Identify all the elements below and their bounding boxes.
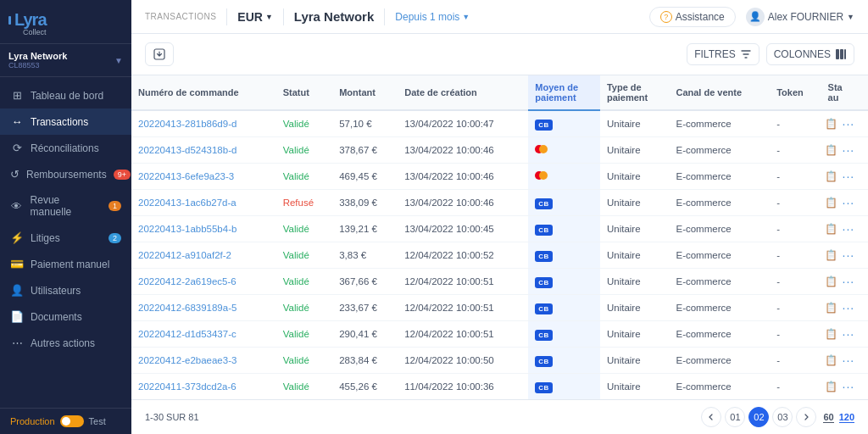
sidebar-item-label: Réconciliations [31, 142, 99, 154]
amount-cell: 3,83 € [332, 242, 398, 269]
date-cell: 13/04/2022 10:00:47 [398, 110, 528, 137]
pagination: 1-30 SUR 81 01 02 03 60 120 [131, 399, 868, 434]
more-actions-icon[interactable]: ··· [843, 117, 855, 131]
page-button-03[interactable]: 03 [772, 407, 793, 427]
copy-icon[interactable]: 📋 [825, 118, 837, 130]
revue-badge: 1 [108, 201, 121, 211]
more-actions-icon[interactable]: ··· [843, 222, 855, 236]
more-actions-icon[interactable]: ··· [843, 380, 855, 393]
order-link[interactable]: 20220413-6efe9a23-3 [138, 171, 234, 181]
sidebar-account[interactable]: Lyra Network CL88553 ▼ [0, 44, 131, 77]
period-selector[interactable]: Depuis 1 mois ▼ [395, 11, 470, 23]
more-actions-icon[interactable]: ··· [843, 327, 855, 341]
copy-icon[interactable]: 📋 [825, 302, 837, 314]
sidebar-menu-icon[interactable] [8, 16, 11, 25]
more-actions-icon[interactable]: ··· [843, 196, 855, 209]
user-avatar-icon: 👤 [749, 11, 761, 22]
page-button-01[interactable]: 01 [725, 407, 745, 427]
order-link[interactable]: 20220413-1ac6b27d-a [138, 198, 236, 208]
columns-button[interactable]: COLONNES [766, 43, 854, 65]
page-button-02[interactable]: 02 [748, 407, 769, 427]
sidebar-item-transactions[interactable]: ↔ Transactions [0, 108, 131, 135]
copy-icon[interactable]: 📋 [825, 170, 837, 182]
more-actions-icon[interactable]: ··· [843, 301, 855, 314]
sidebar-item-paiement[interactable]: 💳 Paiement manuel [0, 251, 131, 277]
assistance-button[interactable]: ? Assistance [649, 7, 736, 27]
more-actions-icon[interactable]: ··· [843, 143, 855, 157]
order-link[interactable]: 20220413-d524318b-d [138, 145, 236, 155]
sidebar-item-label: Transactions [31, 116, 88, 128]
amount-cell: 139,21 € [332, 216, 398, 242]
currency-value: EUR [237, 10, 263, 24]
action-cell: 📋 ··· [821, 190, 868, 215]
sidebar-item-documents[interactable]: 📄 Documents [0, 303, 131, 330]
copy-icon[interactable]: 📋 [825, 328, 837, 340]
order-link[interactable]: 20220412-d1d53437-c [138, 329, 236, 339]
sidebar-item-revue[interactable]: 👁 Revue manuelle 1 [0, 187, 131, 225]
page-prev-button[interactable] [701, 407, 721, 427]
channel-cell: E-commerce [669, 216, 770, 242]
sidebar-item-remboursements[interactable]: ↺ Remboursements 9+ [0, 161, 131, 187]
filters-button[interactable]: FILTRES [687, 43, 759, 65]
order-link[interactable]: 20220413-281b86d9-d [138, 119, 236, 129]
payment-type-cell: Unitaire [600, 164, 670, 190]
action-cell: 📋 ··· [821, 269, 868, 294]
page-next-button[interactable] [796, 407, 816, 427]
token-cell: - [770, 295, 821, 321]
user-avatar: 👤 [746, 8, 765, 26]
more-actions-icon[interactable]: ··· [843, 170, 855, 183]
copy-icon[interactable]: 📋 [825, 144, 837, 156]
env-switch[interactable]: Production Test [10, 415, 121, 427]
order-link[interactable]: 20220412-2a619ec5-6 [138, 276, 236, 287]
sidebar-footer: Production Test [0, 408, 131, 434]
sidebar-item-litiges[interactable]: ⚡ Litiges 2 [0, 225, 131, 251]
cb-payment-icon: CB [535, 120, 553, 131]
payment-method-cell: CB [528, 242, 600, 269]
order-link[interactable]: 20220412-e2baeae3-3 [138, 355, 236, 365]
order-link[interactable]: 20220412-6839189a-5 [138, 303, 236, 313]
env-toggle[interactable] [60, 415, 84, 427]
copy-icon[interactable]: 📋 [825, 275, 837, 287]
sidebar-item-autres[interactable]: ⋯ Autres actions [0, 330, 131, 356]
reconciliations-icon: ⟳ [10, 142, 24, 154]
amount-cell: 455,26 € [332, 374, 398, 400]
order-link[interactable]: 20220412-a910af2f-2 [138, 250, 231, 260]
token-cell: - [770, 321, 821, 348]
filter-icon [740, 48, 752, 60]
order-link[interactable]: 20220413-1abb55b4-b [138, 224, 236, 234]
documents-icon: 📄 [10, 310, 24, 323]
network-name: Lyra Network [294, 9, 374, 24]
sidebar-logo-icon: Lyra Collect [8, 10, 47, 36]
order-cell: 20220412-a910af2f-2 [131, 242, 276, 269]
litiges-badge: 2 [108, 233, 121, 243]
more-actions-icon[interactable]: ··· [843, 275, 855, 288]
topbar-divider3 [384, 8, 385, 25]
more-actions-icon[interactable]: ··· [843, 353, 855, 367]
status-cell: Validé [276, 269, 332, 295]
download-button[interactable] [145, 42, 174, 66]
payment-type-cell: Unitaire [600, 242, 670, 269]
copy-icon[interactable]: 📋 [825, 381, 837, 392]
copy-icon[interactable]: 📋 [825, 249, 837, 261]
topbar: TRANSACTIONS EUR ▼ Lyra Network Depuis 1… [131, 0, 868, 34]
per-page-120[interactable]: 120 [839, 412, 854, 423]
sidebar-item-dashboard[interactable]: ⊞ Tableau de bord [0, 82, 131, 108]
user-name: Alex FOURNIER [768, 11, 843, 23]
order-link[interactable]: 20220411-373dcd2a-6 [138, 381, 236, 392]
per-page-60[interactable]: 60 [823, 412, 833, 423]
currency-selector[interactable]: EUR ▼ [237, 10, 272, 24]
copy-icon[interactable]: 📋 [825, 223, 837, 235]
sidebar-item-reconciliations[interactable]: ⟳ Réconciliations [0, 135, 131, 161]
action-cell: 📋 ··· [821, 216, 868, 242]
more-actions-icon[interactable]: ··· [843, 248, 855, 262]
main-content: TRANSACTIONS EUR ▼ Lyra Network Depuis 1… [131, 0, 868, 434]
copy-icon[interactable]: 📋 [825, 354, 837, 366]
table-row: 20220412-6839189a-5 Validé 233,67 € 12/0… [131, 295, 868, 321]
col-order: Numéro de commande [131, 75, 276, 110]
revue-icon: 👁 [10, 200, 24, 213]
user-menu[interactable]: 👤 Alex FOURNIER ▼ [746, 8, 854, 26]
status-cell: Validé [276, 374, 332, 400]
order-cell: 20220413-281b86d9-d [131, 110, 276, 137]
sidebar-item-utilisateurs[interactable]: 👤 Utilisateurs [0, 277, 131, 303]
copy-icon[interactable]: 📋 [825, 197, 837, 209]
